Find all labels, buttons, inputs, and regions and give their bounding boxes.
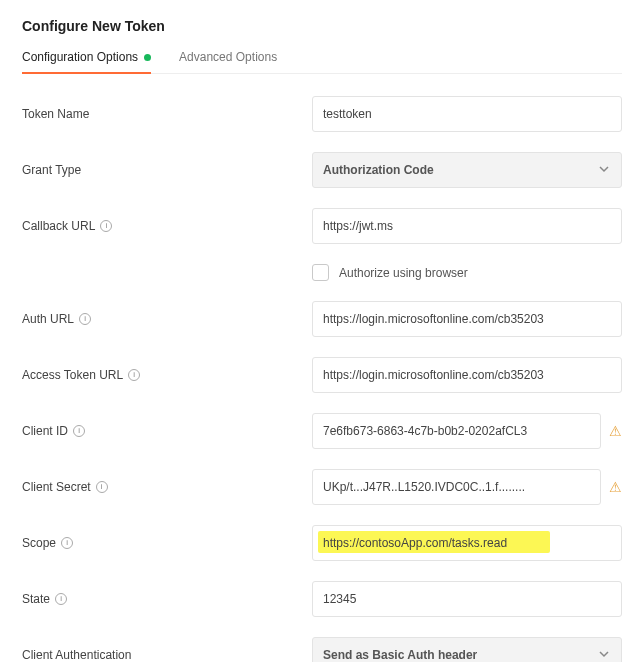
- tab-label: Configuration Options: [22, 50, 138, 64]
- auth-url-input[interactable]: [312, 301, 622, 337]
- tab-configuration-options[interactable]: Configuration Options: [22, 44, 151, 74]
- client-id-input[interactable]: [312, 413, 601, 449]
- page-title: Configure New Token: [22, 18, 622, 34]
- callback-url-input[interactable]: [312, 208, 622, 244]
- token-name-input[interactable]: [312, 96, 622, 132]
- access-token-url-input[interactable]: [312, 357, 622, 393]
- label-client-auth: Client Authentication: [22, 648, 131, 662]
- tab-advanced-options[interactable]: Advanced Options: [179, 44, 277, 74]
- info-icon: i: [79, 313, 91, 325]
- grant-type-select[interactable]: Authorization Code: [312, 152, 622, 188]
- label-grant-type: Grant Type: [22, 163, 81, 177]
- info-icon: i: [61, 537, 73, 549]
- label-state: State: [22, 592, 50, 606]
- label-client-id: Client ID: [22, 424, 68, 438]
- chevron-down-icon: [599, 648, 609, 662]
- label-access-token-url: Access Token URL: [22, 368, 123, 382]
- label-callback-url: Callback URL: [22, 219, 95, 233]
- info-icon: i: [73, 425, 85, 437]
- label-client-secret: Client Secret: [22, 480, 91, 494]
- label-authorize-browser: Authorize using browser: [339, 266, 468, 280]
- state-input[interactable]: [312, 581, 622, 617]
- select-value: Send as Basic Auth header: [323, 648, 477, 662]
- scope-input[interactable]: [312, 525, 622, 561]
- label-token-name: Token Name: [22, 107, 89, 121]
- info-icon: i: [55, 593, 67, 605]
- info-icon: i: [128, 369, 140, 381]
- client-auth-select[interactable]: Send as Basic Auth header: [312, 637, 622, 662]
- info-icon: i: [100, 220, 112, 232]
- tab-label: Advanced Options: [179, 50, 277, 64]
- status-dot-icon: [144, 54, 151, 61]
- chevron-down-icon: [599, 163, 609, 177]
- authorize-browser-checkbox[interactable]: [312, 264, 329, 281]
- warning-icon: ⚠: [609, 479, 622, 495]
- select-value: Authorization Code: [323, 163, 434, 177]
- label-scope: Scope: [22, 536, 56, 550]
- client-secret-input[interactable]: [312, 469, 601, 505]
- info-icon: i: [96, 481, 108, 493]
- label-auth-url: Auth URL: [22, 312, 74, 326]
- tabs-bar: Configuration Options Advanced Options: [22, 44, 622, 74]
- warning-icon: ⚠: [609, 423, 622, 439]
